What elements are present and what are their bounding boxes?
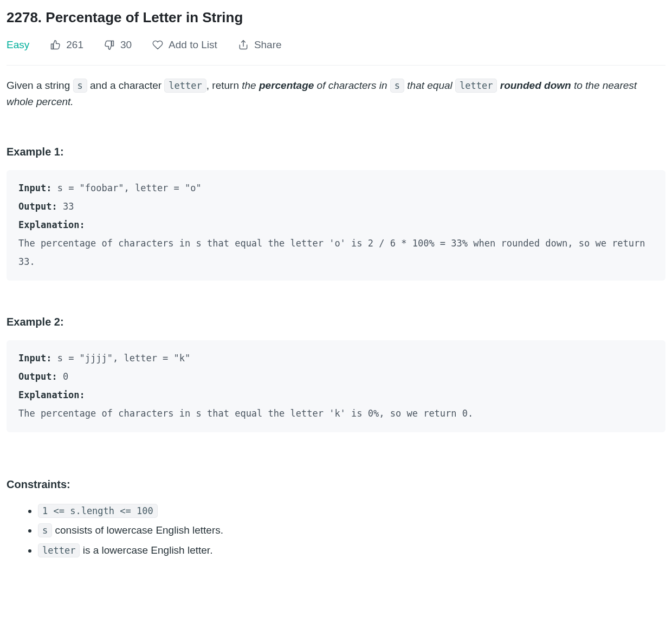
input-label: Input: bbox=[18, 353, 51, 364]
inline-code: letter bbox=[164, 79, 206, 93]
description-paragraph: Given a string s and a character letter,… bbox=[7, 77, 665, 111]
heart-icon bbox=[152, 40, 163, 50]
output-label: Output: bbox=[18, 201, 57, 212]
problem-description: Given a string s and a character letter,… bbox=[7, 77, 665, 111]
example-explanation: The percentage of characters in s that e… bbox=[18, 408, 473, 419]
inline-code: letter bbox=[455, 79, 497, 93]
meta-row: Easy 261 30 Add to List Share bbox=[7, 37, 665, 66]
difficulty-badge: Easy bbox=[7, 37, 29, 53]
problem-title: 2278. Percentage of Letter in String bbox=[7, 7, 665, 29]
share-icon bbox=[238, 40, 249, 50]
example-block: Input: s = "foobar", letter = "o" Output… bbox=[7, 170, 665, 281]
constraints-heading: Constraints: bbox=[7, 476, 665, 493]
share-label: Share bbox=[254, 37, 282, 53]
add-to-list-label: Add to List bbox=[169, 37, 217, 53]
inline-code: s bbox=[38, 523, 52, 537]
example-block: Input: s = "jjjj", letter = "k" Output: … bbox=[7, 340, 665, 432]
dislikes-count: 30 bbox=[120, 37, 132, 53]
example-explanation: The percentage of characters in s that e… bbox=[18, 238, 651, 267]
thumbs-down-icon bbox=[104, 40, 115, 50]
example-heading: Example 2: bbox=[7, 313, 665, 330]
constraint-item: letter is a lowercase English letter. bbox=[38, 542, 665, 559]
inline-code: s bbox=[73, 79, 87, 93]
explanation-label: Explanation: bbox=[18, 390, 85, 400]
inline-code: letter bbox=[38, 543, 80, 557]
example-input: s = "foobar", letter = "o" bbox=[51, 183, 201, 193]
dislikes-button[interactable]: 30 bbox=[104, 37, 132, 53]
likes-button[interactable]: 261 bbox=[50, 37, 83, 53]
share-button[interactable]: Share bbox=[238, 37, 282, 53]
add-to-list-button[interactable]: Add to List bbox=[152, 37, 217, 53]
example-heading: Example 1: bbox=[7, 143, 665, 160]
example-output: 33 bbox=[57, 201, 74, 212]
constraint-item: 1 <= s.length <= 100 bbox=[38, 503, 665, 519]
example-output: 0 bbox=[57, 371, 68, 382]
inline-code: 1 <= s.length <= 100 bbox=[38, 504, 158, 518]
constraint-item: s consists of lowercase English letters. bbox=[38, 522, 665, 538]
output-label: Output: bbox=[18, 371, 57, 382]
explanation-label: Explanation: bbox=[18, 219, 85, 230]
inline-code: s bbox=[390, 79, 404, 93]
input-label: Input: bbox=[18, 183, 51, 193]
likes-count: 261 bbox=[66, 37, 83, 53]
example-input: s = "jjjj", letter = "k" bbox=[51, 353, 190, 364]
constraints-list: 1 <= s.length <= 100 s consists of lower… bbox=[7, 503, 665, 559]
thumbs-up-icon bbox=[50, 40, 61, 50]
